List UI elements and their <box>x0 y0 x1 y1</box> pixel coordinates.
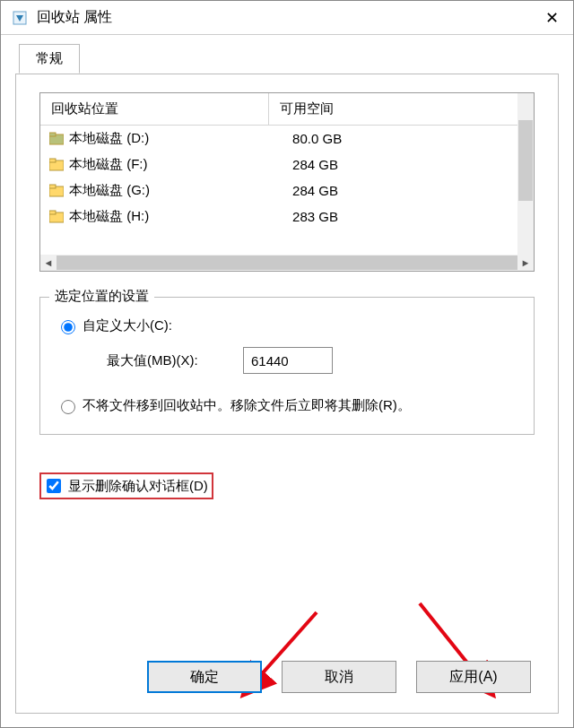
folder-icon <box>49 210 64 224</box>
list-header: 回收站位置 可用空间 <box>40 93 534 126</box>
table-row[interactable]: 本地磁盘 (D:)80.0 GB <box>40 126 534 152</box>
settings-group: 选定位置的设置 自定义大小(C): 最大值(MB)(X): 不将文件移到回收站中… <box>39 297 535 435</box>
table-row[interactable]: 本地磁盘 (H:)283 GB <box>40 204 534 230</box>
svg-rect-2 <box>49 133 56 136</box>
drive-label: 本地磁盘 (H:) <box>69 208 280 225</box>
apply-button[interactable]: 应用(A) <box>416 661 531 693</box>
folder-icon <box>49 158 64 172</box>
titlebar: 回收站 属性 ✕ <box>1 1 573 35</box>
table-row[interactable]: 本地磁盘 (G:)284 GB <box>40 178 534 204</box>
table-row[interactable]: 本地磁盘 (F:)284 GB <box>40 152 534 178</box>
folder-icon <box>49 184 64 198</box>
tab-panel: 回收站位置 可用空间 本地磁盘 (D:)80.0 GB本地磁盘 (F:)284 … <box>15 74 559 714</box>
folder-icon <box>49 132 64 146</box>
scroll-right-icon[interactable]: ► <box>517 255 534 271</box>
max-size-label: 最大值(MB)(X): <box>107 352 243 369</box>
svg-rect-8 <box>49 211 56 214</box>
svg-rect-6 <box>49 185 56 188</box>
recycle-bin-icon <box>12 10 28 26</box>
annotation-arrow-icon <box>231 603 339 711</box>
radio-no-recycle-input[interactable] <box>61 400 75 414</box>
horizontal-scrollbar[interactable]: ◄ ► <box>40 255 534 271</box>
annotation-highlight: 显示删除确认对话框(D) <box>39 472 213 499</box>
drive-label: 本地磁盘 (D:) <box>69 130 280 147</box>
radio-custom-size-label: 自定义大小(C): <box>83 317 172 334</box>
column-available[interactable]: 可用空间 <box>269 93 517 125</box>
group-legend: 选定位置的设置 <box>49 288 154 305</box>
window-title: 回收站 属性 <box>37 8 530 27</box>
confirm-delete-checkbox[interactable] <box>47 479 61 493</box>
column-location[interactable]: 回收站位置 <box>40 93 269 125</box>
tab-general[interactable]: 常规 <box>19 44 80 74</box>
vertical-scrollbar[interactable] <box>517 93 534 255</box>
drive-available: 80.0 GB <box>280 131 534 146</box>
ok-button[interactable]: 确定 <box>147 661 262 693</box>
drive-available: 283 GB <box>280 209 534 224</box>
drive-label: 本地磁盘 (G:) <box>69 182 280 199</box>
radio-custom-size-input[interactable] <box>61 320 75 334</box>
svg-rect-4 <box>49 159 56 162</box>
radio-no-recycle[interactable]: 不将文件移到回收站中。移除文件后立即将其删除(R)。 <box>57 397 517 414</box>
max-size-input[interactable] <box>243 347 333 374</box>
radio-no-recycle-label: 不将文件移到回收站中。移除文件后立即将其删除(R)。 <box>83 397 517 414</box>
close-button[interactable]: ✕ <box>530 1 573 34</box>
location-list[interactable]: 回收站位置 可用空间 本地磁盘 (D:)80.0 GB本地磁盘 (F:)284 … <box>39 92 535 272</box>
scroll-left-icon[interactable]: ◄ <box>40 255 57 271</box>
drive-label: 本地磁盘 (F:) <box>69 156 280 173</box>
drive-available: 284 GB <box>280 157 534 172</box>
radio-custom-size[interactable]: 自定义大小(C): <box>57 317 517 334</box>
drive-available: 284 GB <box>280 183 534 198</box>
cancel-button[interactable]: 取消 <box>282 661 396 693</box>
confirm-delete-label: 显示删除确认对话框(D) <box>68 478 208 495</box>
annotation-arrow-icon <box>393 594 518 711</box>
